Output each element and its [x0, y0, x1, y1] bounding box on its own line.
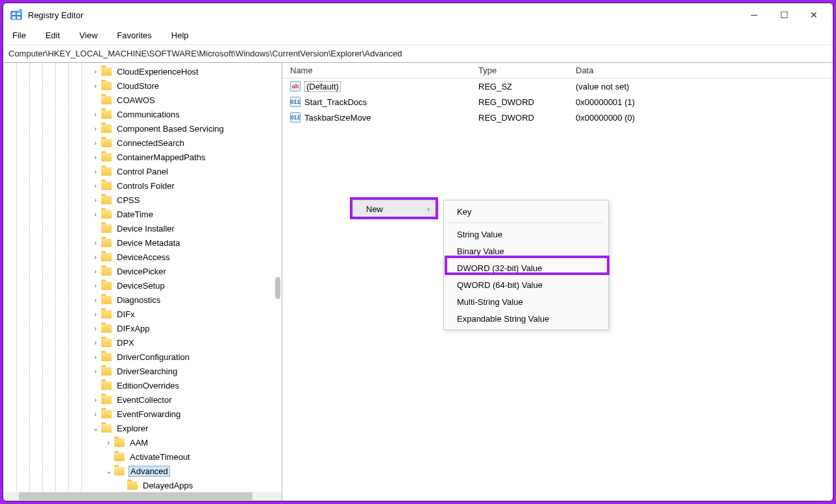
- col-data[interactable]: Data: [573, 66, 833, 75]
- chevron-icon[interactable]: ›: [91, 67, 100, 76]
- tree-item[interactable]: ›CPSS: [3, 193, 282, 207]
- chevron-icon[interactable]: ›: [91, 195, 100, 204]
- tree-vscroll-thumb[interactable]: [275, 277, 280, 299]
- tree-item[interactable]: ›DriverSearching: [3, 364, 282, 378]
- folder-icon: [101, 381, 112, 390]
- value-row[interactable]: 011TaskbarSizeMoveREG_DWORD0x00000000 (0…: [282, 110, 833, 125]
- tree-item[interactable]: ›Diagnostics: [3, 293, 282, 307]
- tree-item[interactable]: ›Device Metadata: [3, 235, 282, 250]
- menu-file[interactable]: File: [8, 29, 30, 42]
- chevron-icon[interactable]: ›: [104, 438, 113, 447]
- chevron-icon[interactable]: ›: [91, 309, 100, 318]
- tree-item[interactable]: ›DriverConfiguration: [3, 350, 282, 364]
- chevron-icon[interactable]: ›: [91, 395, 100, 404]
- tree-item[interactable]: ⌄Advanced: [3, 464, 282, 478]
- tree[interactable]: ›CloudExperienceHost›CloudStoreCOAWOS›Co…: [3, 63, 282, 492]
- folder-icon: [101, 182, 112, 190]
- chevron-icon[interactable]: ›: [91, 110, 100, 119]
- chevron-icon[interactable]: ›: [91, 81, 100, 90]
- chevron-icon[interactable]: ›: [91, 281, 100, 290]
- value-row[interactable]: 011Start_TrackDocsREG_DWORD0x00000001 (1…: [282, 94, 833, 110]
- folder-icon: [101, 153, 112, 162]
- tree-item[interactable]: ›Component Based Servicing: [3, 121, 282, 136]
- maximize-button[interactable]: ☐: [769, 5, 799, 25]
- tree-item[interactable]: ›Controls Folder: [3, 178, 282, 193]
- chevron-icon[interactable]: ›: [91, 267, 100, 276]
- tree-item[interactable]: Device Installer: [3, 221, 282, 235]
- submenu-dword[interactable]: DWORD (32-bit) Value: [444, 259, 608, 276]
- chevron-icon[interactable]: ›: [91, 181, 100, 190]
- chevron-icon[interactable]: ›: [91, 152, 100, 162]
- context-menu-new[interactable]: New ›: [353, 200, 437, 217]
- chevron-icon[interactable]: ›: [91, 138, 100, 147]
- chevron-icon[interactable]: ›: [91, 295, 100, 304]
- titlebar[interactable]: Registry Editor ─ ☐ ✕: [3, 3, 833, 27]
- menubar: File Edit View Favorites Help: [3, 27, 833, 45]
- tree-item[interactable]: ›DeviceSetup: [3, 278, 282, 293]
- tree-item[interactable]: ›DateTime: [3, 207, 282, 221]
- tree-item[interactable]: ›ConnectedSearch: [3, 136, 282, 150]
- menu-edit[interactable]: Edit: [42, 29, 64, 42]
- folder-icon: [101, 396, 112, 404]
- tree-item[interactable]: ⌄Explorer: [3, 421, 282, 435]
- tree-item[interactable]: COAWOS: [3, 93, 282, 107]
- chevron-icon[interactable]: ›: [91, 124, 100, 133]
- tree-item[interactable]: ›DevicePicker: [3, 264, 282, 278]
- tree-item[interactable]: ›CloudStore: [3, 78, 282, 93]
- tree-item[interactable]: DelayedApps: [3, 478, 282, 492]
- tree-item[interactable]: ›EventForwarding: [3, 407, 282, 421]
- tree-item[interactable]: ›EventCollector: [3, 392, 282, 407]
- submenu-key[interactable]: Key: [444, 203, 608, 220]
- tree-item[interactable]: ›Communications: [3, 107, 282, 121]
- minimize-button[interactable]: ─: [739, 5, 769, 25]
- submenu-string[interactable]: String Value: [444, 226, 608, 243]
- tree-item[interactable]: ›DIFxApp: [3, 321, 282, 335]
- folder-icon: [101, 96, 112, 104]
- tree-item[interactable]: ›DeviceAccess: [3, 250, 282, 264]
- tree-panel: ›CloudExperienceHost›CloudStoreCOAWOS›Co…: [3, 63, 282, 501]
- tree-item[interactable]: ›Control Panel: [3, 164, 282, 178]
- value-type: REG_SZ: [476, 82, 573, 91]
- chevron-icon[interactable]: ⌄: [91, 424, 100, 433]
- tree-hscroll-thumb[interactable]: [19, 492, 252, 500]
- menu-view[interactable]: View: [75, 29, 101, 42]
- chevron-icon[interactable]: ›: [91, 238, 100, 247]
- submenu-qword[interactable]: QWORD (64-bit) Value: [444, 276, 608, 293]
- chevron-icon[interactable]: ›: [91, 338, 100, 347]
- chevron-icon[interactable]: ›: [91, 324, 100, 333]
- tree-item-label: Advanced: [129, 466, 170, 477]
- chevron-icon[interactable]: ›: [91, 409, 100, 418]
- submenu-binary[interactable]: Binary Value: [444, 243, 608, 259]
- submenu-multi[interactable]: Multi-String Value: [444, 293, 608, 310]
- tree-item[interactable]: ›AAM: [3, 435, 282, 450]
- tree-item[interactable]: ›CloudExperienceHost: [3, 64, 282, 78]
- tree-item[interactable]: ›DIFx: [3, 307, 282, 321]
- folder-icon: [101, 224, 112, 233]
- submenu-expand[interactable]: Expandable String Value: [444, 310, 608, 327]
- folder-icon: [114, 467, 125, 475]
- menu-help[interactable]: Help: [167, 29, 193, 42]
- close-button[interactable]: ✕: [799, 5, 829, 25]
- addressbar[interactable]: Computer\HKEY_LOCAL_MACHINE\SOFTWARE\Mic…: [3, 45, 833, 63]
- col-type[interactable]: Type: [476, 66, 573, 75]
- folder-icon: [101, 210, 112, 219]
- tree-item[interactable]: ›DPX: [3, 335, 282, 350]
- chevron-icon[interactable]: ›: [91, 366, 100, 376]
- tree-item-label: Control Panel: [116, 167, 169, 176]
- col-name[interactable]: Name: [288, 66, 476, 75]
- value-data: (value not set): [573, 82, 833, 91]
- tree-hscroll[interactable]: [3, 492, 282, 501]
- tree-item[interactable]: ActivateTimeout: [3, 450, 282, 464]
- values-list[interactable]: ab(Default)REG_SZ(value not set)011Start…: [282, 78, 833, 125]
- tree-item[interactable]: ›ContainerMappedPaths: [3, 150, 282, 164]
- chevron-icon[interactable]: ›: [91, 210, 100, 219]
- chevron-icon[interactable]: ›: [91, 352, 100, 361]
- menu-favorites[interactable]: Favorites: [113, 29, 155, 42]
- value-row[interactable]: ab(Default)REG_SZ(value not set): [282, 78, 833, 94]
- tree-item[interactable]: EditionOverrides: [3, 378, 282, 392]
- chevron-icon[interactable]: ⌄: [104, 466, 113, 475]
- chevron-icon[interactable]: ›: [91, 167, 100, 176]
- tree-item-label: EventCollector: [116, 395, 173, 405]
- folder-icon: [101, 139, 112, 147]
- chevron-icon[interactable]: ›: [91, 252, 100, 261]
